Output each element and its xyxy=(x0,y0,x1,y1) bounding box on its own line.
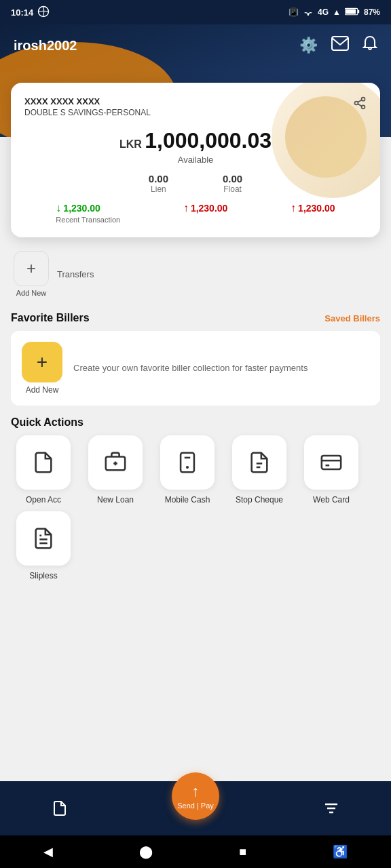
beneficiaries-row: + Add New Transfers xyxy=(11,245,380,302)
send-pay-label: Send | Pay xyxy=(177,802,214,810)
balance-display: LKR 1,000,000.03 xyxy=(24,128,367,153)
card-header: XXXX XXXX XXXX DOUBLE S SAVINGS-PERSONAL xyxy=(24,96,367,117)
new-loan-label: New Loan xyxy=(97,495,134,505)
stop-cheque-icon-box xyxy=(232,435,286,490)
recent-txn-item: ↓ 1,230.00 Recent Transaction xyxy=(56,202,120,224)
settings-icon[interactable]: ⚙️ xyxy=(299,37,318,54)
main-content: + Add New Transfers Favorite Billers Sav… xyxy=(0,237,391,686)
wifi-icon xyxy=(303,7,314,18)
battery-percent: 87% xyxy=(364,7,380,17)
quick-stop-cheque[interactable]: Stop Cheque xyxy=(227,435,292,505)
float-item: 0.00 Float xyxy=(223,173,242,194)
quick-actions-title: Quick Actions xyxy=(11,416,83,429)
out-txn-1-item: ↑ 1,230.00 xyxy=(183,202,228,224)
down-arrow-icon: ↓ xyxy=(56,202,61,214)
out-txn-1-amount: ↑ 1,230.00 xyxy=(183,202,228,214)
send-pay-arrow-icon: ↑ xyxy=(191,783,199,800)
bell-icon[interactable] xyxy=(362,35,377,56)
balance-section: LKR 1,000,000.03 Available xyxy=(24,128,367,165)
quick-web-card[interactable]: Web Card xyxy=(299,435,364,505)
add-new-circle[interactable]: + xyxy=(14,251,49,286)
svg-line-9 xyxy=(358,104,362,106)
lien-label: Lien xyxy=(149,184,168,194)
card-account-info: XXXX XXXX XXXX DOUBLE S SAVINGS-PERSONAL xyxy=(24,96,151,117)
quick-open-acc[interactable]: Open Acc xyxy=(11,435,76,505)
network-icon xyxy=(37,5,50,20)
back-button[interactable]: ◀ xyxy=(43,844,53,859)
documents-nav-icon xyxy=(52,800,68,816)
new-loan-icon-box xyxy=(88,435,143,490)
account-name: DOUBLE S SAVINGS-PERSONAL xyxy=(24,108,151,117)
account-card: XXXX XXXX XXXX DOUBLE S SAVINGS-PERSONAL… xyxy=(11,83,380,237)
slipless-icon-box xyxy=(16,511,71,566)
biller-add-row: + Add New Create your own favorite bille… xyxy=(22,342,369,395)
biller-add-button[interactable]: + xyxy=(22,342,62,382)
quick-actions-title-row: Quick Actions xyxy=(11,416,380,429)
network-4g-label: 4G xyxy=(318,7,329,17)
open-acc-label: Open Acc xyxy=(26,495,61,505)
float-value: 0.00 xyxy=(223,173,242,184)
up-arrow-icon-1: ↑ xyxy=(183,202,189,214)
biller-add-label: Add New xyxy=(26,385,59,395)
up-arrow-icon-2: ↑ xyxy=(291,202,296,214)
home-button[interactable]: ⬤ xyxy=(139,844,153,859)
transfers-label: Transfers xyxy=(57,269,94,279)
status-right: 📳 4G ▲ 87% xyxy=(288,7,380,18)
header-icons: ⚙️ xyxy=(299,35,377,56)
billers-title: Favorite Billers xyxy=(11,312,90,324)
nav-filter-item[interactable] xyxy=(323,802,339,815)
float-label: Float xyxy=(223,184,242,194)
mobile-cash-label: Mobile Cash xyxy=(165,495,210,505)
available-label: Available xyxy=(24,155,367,165)
svg-line-10 xyxy=(358,100,362,102)
svg-point-8 xyxy=(362,105,365,108)
quick-mobile-cash[interactable]: Mobile Cash xyxy=(155,435,220,505)
open-acc-icon-box xyxy=(16,435,71,490)
add-new-beneficiary[interactable]: + Add New xyxy=(14,251,49,297)
saved-billers-link[interactable]: Saved Billers xyxy=(324,313,380,323)
accessibility-button[interactable]: ♿ xyxy=(333,844,348,859)
add-new-label: Add New xyxy=(16,289,47,297)
svg-point-7 xyxy=(355,102,358,105)
balance-amount: 1,000,000.03 xyxy=(145,128,272,153)
share-icon[interactable] xyxy=(353,96,367,113)
vibrate-icon: 📳 xyxy=(288,7,299,17)
transactions-row: ↓ 1,230.00 Recent Transaction ↑ 1,230.00… xyxy=(24,202,367,224)
svg-rect-4 xyxy=(346,9,356,14)
svg-rect-3 xyxy=(358,9,359,13)
svg-rect-14 xyxy=(181,453,194,472)
bottom-spacer xyxy=(11,591,380,686)
svg-rect-17 xyxy=(322,456,341,469)
web-card-label: Web Card xyxy=(313,495,350,505)
quick-actions-section: Quick Actions Open Acc New Loan xyxy=(11,416,380,580)
quick-new-loan[interactable]: New Loan xyxy=(83,435,148,505)
nav-documents-item[interactable] xyxy=(52,800,68,816)
signal-icon: ▲ xyxy=(333,7,341,17)
recent-txn-label: Recent Transaction xyxy=(56,216,120,224)
recents-button[interactable]: ■ xyxy=(239,845,246,859)
biller-description: Create your own favorite biller collecti… xyxy=(73,361,308,375)
lien-float-row: 0.00 Lien 0.00 Float xyxy=(24,173,367,194)
balance-currency: LKR xyxy=(119,138,142,150)
status-left: 10:14 xyxy=(11,5,50,20)
out-txn-2-amount: ↑ 1,230.00 xyxy=(291,202,335,214)
send-pay-button[interactable]: ↑ Send | Pay xyxy=(172,772,219,820)
filter-nav-icon xyxy=(323,802,339,815)
quick-slipless[interactable]: Slipless xyxy=(11,511,76,580)
stop-cheque-label: Stop Cheque xyxy=(236,495,283,505)
svg-point-6 xyxy=(362,98,365,101)
lien-value: 0.00 xyxy=(149,173,168,184)
battery-icon xyxy=(345,7,360,18)
mobile-cash-icon-box xyxy=(160,435,215,490)
bottom-nav: ↑ Send | Pay xyxy=(0,781,391,835)
svg-rect-5 xyxy=(332,37,348,50)
lien-item: 0.00 Lien xyxy=(149,173,168,194)
account-card-wrapper: XXXX XXXX XXXX DOUBLE S SAVINGS-PERSONAL… xyxy=(0,83,391,237)
mail-icon[interactable] xyxy=(331,36,349,55)
username-label: irosh2002 xyxy=(14,38,77,54)
billers-section: + Add New Create your own favorite bille… xyxy=(11,331,380,406)
billers-title-row: Favorite Billers Saved Billers xyxy=(11,312,380,324)
status-bar: 10:14 📳 4G ▲ 87% xyxy=(0,0,391,24)
svg-point-1 xyxy=(308,14,310,16)
android-nav-bar: ◀ ⬤ ■ ♿ xyxy=(0,835,391,868)
